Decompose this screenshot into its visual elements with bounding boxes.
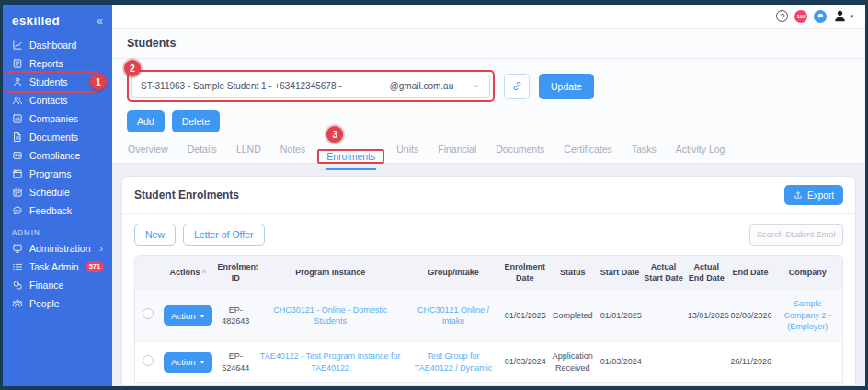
cell-start-date: 07/08/2025 xyxy=(598,383,642,385)
cell-start-date: 01/01/2025 xyxy=(598,290,642,342)
people-icon xyxy=(12,298,23,309)
tab-units[interactable]: Units xyxy=(395,141,419,163)
sidebar-item-task-admin[interactable]: Task Admin 571 xyxy=(3,258,112,276)
student-select-value: ST-311963 - Sample Student 1 - +63412345… xyxy=(141,81,453,91)
sidebar-item-feedback[interactable]: Feedback xyxy=(3,201,112,220)
task-admin-icon xyxy=(12,261,23,272)
cell-enrolment-date: 01/03/2024 xyxy=(502,342,548,383)
chat-icon[interactable] xyxy=(814,10,827,23)
sidebar-item-label: Students xyxy=(29,76,67,87)
cell-actual-end-date xyxy=(685,383,728,385)
sidebar-item-students[interactable]: Students 1 xyxy=(3,73,112,91)
header-group-intake: Group/Intake xyxy=(405,256,502,290)
company-link[interactable]: Sample Company 2 - (Employer) xyxy=(784,299,832,331)
export-button[interactable]: Export xyxy=(784,185,843,205)
tab-certificates[interactable]: Certificates xyxy=(563,141,613,163)
row-action-button[interactable]: Action xyxy=(164,352,211,373)
enrolments-table: Actions^ Enrolment ID Program Instance G… xyxy=(135,256,842,385)
sidebar-item-programs[interactable]: Programs xyxy=(3,165,112,183)
sidebar-item-label: Dashboard xyxy=(29,40,76,51)
sidebar-item-label: Compliance xyxy=(29,150,80,161)
cell-end-date: 07/08/2026 xyxy=(728,383,773,385)
card-title: Student Enrolments xyxy=(134,189,239,201)
sidebar-item-dashboard[interactable]: Dashboard xyxy=(3,36,112,54)
enrolments-table-wrap: Actions^ Enrolment ID Program Instance G… xyxy=(134,255,843,385)
students-header-section: Students 2 ST-311963 - Sample Student 1 … xyxy=(112,29,865,164)
sidebar-item-companies[interactable]: Companies xyxy=(3,109,112,128)
header-enrolment-id: Enrolment ID xyxy=(215,256,256,290)
new-button[interactable]: New xyxy=(134,224,176,246)
group-intake-link[interactable]: CHC30121 Online / Intake xyxy=(417,305,489,327)
cell-actual-start-date xyxy=(642,383,685,385)
sidebar-item-label: Administration xyxy=(29,243,91,254)
program-instance-link[interactable]: CHC30121 - Online - Domestic Students xyxy=(273,305,387,327)
sidebar-item-label: Reports xyxy=(29,58,63,69)
cell-enrolment-date: 07/08/2025 xyxy=(502,383,548,385)
tab-enrolments[interactable]: Enrolments xyxy=(326,148,376,170)
tab-tasks[interactable]: Tasks xyxy=(631,141,657,163)
help-icon[interactable]: ? xyxy=(776,10,788,22)
row-checkbox[interactable] xyxy=(143,308,154,319)
sidebar-item-compliance[interactable]: Compliance xyxy=(3,146,112,165)
update-button[interactable]: Update xyxy=(539,74,594,99)
page-title: Students xyxy=(112,29,865,59)
tab-notes[interactable]: Notes xyxy=(280,141,306,163)
row-action-button[interactable]: Action xyxy=(164,305,211,326)
cell-enrolment-id: EP-482643 xyxy=(215,290,256,342)
tab-llnd[interactable]: LLND xyxy=(235,141,262,163)
letter-of-offer-button[interactable]: Letter of Offer xyxy=(183,224,265,246)
delete-button[interactable]: Delete xyxy=(172,110,220,132)
tab-documents[interactable]: Documents xyxy=(495,141,545,163)
sidebar-item-finance[interactable]: Finance xyxy=(3,276,112,294)
tab-overview[interactable]: Overview xyxy=(127,141,169,163)
students-icon xyxy=(12,76,23,87)
annotation-step-1: 1 xyxy=(90,74,107,90)
student-select[interactable]: ST-311963 - Sample Student 1 - +63412345… xyxy=(131,75,490,98)
program-instance-link[interactable]: TAE40122 - Test Program Instance for TAE… xyxy=(260,351,401,373)
copy-link-button[interactable] xyxy=(504,74,530,99)
header-actual-start-date: Actual Start Date xyxy=(642,256,685,290)
compliance-icon xyxy=(12,150,23,161)
table-row: Action EP-524644 TAE40122 - Test Program… xyxy=(135,342,842,383)
tab-financial[interactable]: Financial xyxy=(437,141,477,163)
sidebar-item-contacts[interactable]: Contacts xyxy=(3,91,112,109)
header-actions[interactable]: Actions^ xyxy=(160,256,215,290)
cell-enrolment-id: EP-524644 xyxy=(215,342,256,383)
row-checkbox[interactable] xyxy=(143,355,154,366)
header-program-instance: Program Instance xyxy=(256,256,405,290)
sidebar-collapse-icon[interactable]: « xyxy=(97,15,103,28)
annotation-box-enrolments: 3 Enrolments xyxy=(317,149,384,164)
table-row: Action EP-482643 CHC30121 - Online - Dom… xyxy=(135,290,842,342)
card-header: Student Enrolments Export xyxy=(122,177,855,214)
notification-badge-red[interactable]: 100 xyxy=(794,10,807,23)
group-intake-link[interactable]: Test Group for TAE40122 / Dynamic xyxy=(415,351,492,373)
administration-icon xyxy=(12,243,23,254)
schedule-icon xyxy=(12,187,23,198)
caret-down-icon xyxy=(200,314,205,318)
app-window: eskilled « Dashboard Reports Students 1 … xyxy=(0,0,868,390)
dashboard-icon xyxy=(12,40,23,51)
tab-details[interactable]: Details xyxy=(187,141,218,163)
export-icon xyxy=(794,190,803,200)
cell-actual-start-date xyxy=(642,290,685,342)
feedback-icon xyxy=(12,205,23,216)
sidebar-item-people[interactable]: People xyxy=(3,294,112,313)
chevron-down-icon xyxy=(471,81,481,91)
search-input[interactable] xyxy=(749,224,843,246)
sidebar-item-reports[interactable]: Reports xyxy=(3,54,112,73)
sidebar-item-label: Documents xyxy=(29,132,78,143)
programs-icon xyxy=(12,168,23,179)
header-actual-end-date: Actual End Date xyxy=(685,256,728,290)
header-enrolment-date: Enrolment Date xyxy=(502,256,548,290)
sidebar-item-schedule[interactable]: Schedule xyxy=(3,183,112,201)
header-status: Status xyxy=(548,256,598,290)
sidebar-item-administration[interactable]: Administration › xyxy=(3,239,112,258)
annotation-step-2: 2 xyxy=(124,60,141,76)
sidebar-item-documents[interactable]: Documents xyxy=(3,128,112,146)
header-start-date: Start Date xyxy=(598,256,642,290)
user-menu[interactable]: ▾ xyxy=(833,9,853,23)
tab-activity-log[interactable]: Activity Log xyxy=(675,141,726,163)
add-button[interactable]: Add xyxy=(127,110,165,132)
sidebar-item-label: Contacts xyxy=(29,95,67,106)
logo: eskilled xyxy=(12,14,60,28)
